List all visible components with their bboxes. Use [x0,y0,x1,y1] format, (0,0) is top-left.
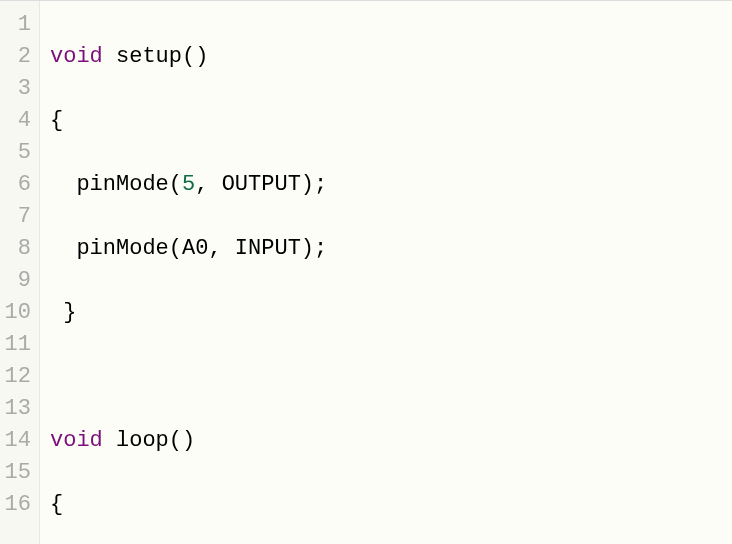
code-text: , OUTPUT); [195,172,327,197]
code-line: pinMode(5, OUTPUT); [50,169,486,201]
line-number: 2 [0,41,31,73]
line-number-gutter: 1 2 3 4 5 6 7 8 9 10 11 12 13 14 15 16 [0,1,40,544]
line-number: 11 [0,329,31,361]
code-text: { [50,108,63,133]
line-number: 6 [0,169,31,201]
code-text: setup() [103,44,209,69]
keyword: void [50,428,103,453]
code-line: { [50,489,486,521]
code-line: void loop() [50,425,486,457]
line-number: 12 [0,361,31,393]
code-text: loop() [103,428,195,453]
code-text: pinMode(A0, INPUT); [50,236,327,261]
code-text: pinMode( [50,172,182,197]
line-number: 15 [0,457,31,489]
line-number: 10 [0,297,31,329]
line-number: 9 [0,265,31,297]
code-line: pinMode(A0, INPUT); [50,233,486,265]
line-number: 5 [0,137,31,169]
line-number: 1 [0,9,31,41]
code-editor: 1 2 3 4 5 6 7 8 9 10 11 12 13 14 15 16 v… [0,0,732,544]
code-line [50,361,486,393]
code-line: { [50,105,486,137]
line-number: 8 [0,233,31,265]
code-text: } [50,300,76,325]
number-literal: 5 [182,172,195,197]
keyword: void [50,44,103,69]
code-line: void setup() [50,41,486,73]
line-number: 3 [0,73,31,105]
line-number: 13 [0,393,31,425]
line-number: 4 [0,105,31,137]
code-text: { [50,492,63,517]
line-number: 7 [0,201,31,233]
code-area[interactable]: void setup() { pinMode(5, OUTPUT); pinMo… [40,1,496,544]
line-number: 16 [0,489,31,521]
line-number: 14 [0,425,31,457]
code-line: } [50,297,486,329]
